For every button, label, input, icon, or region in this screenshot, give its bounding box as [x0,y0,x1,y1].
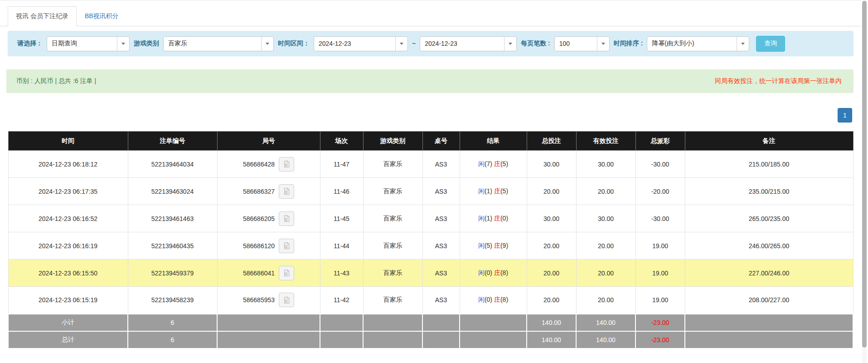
cell-note: 235.00/215.00 [685,178,853,205]
cell-result: 闲(1) 庄(5) [460,178,527,205]
filter-bar: 请选择： 日期查询 游戏类别 百家乐 时间区间： 2024-12-23 ~ 20… [8,31,853,56]
banker-result-label: 庄 [494,215,500,222]
table-header-row: 时间 注单编号 局号 场次 游戏类别 桌号 结果 总投注 有效投注 总派彩 备注 [8,132,853,151]
cell-total-payout: -30.00 [635,151,685,178]
page-1-button[interactable]: 1 [838,108,852,123]
footer-empty-game-type [363,331,422,348]
footer-empty-table-number [422,331,460,348]
cell-valid-bet: 20.00 [576,232,635,260]
cell-time: 2024-12-23 06:17:35 [8,178,128,205]
cell-game-type: 百家乐 [363,260,422,287]
cell-bet-number: 522139464034 [128,151,217,178]
footer-empty-round [217,331,320,348]
query-type-select[interactable]: 日期查询 [47,36,130,51]
player-result-label: 闲 [478,160,485,167]
video-replay-button[interactable] [279,293,294,307]
header-total-bet: 总投注 [527,132,576,151]
result-text: 闲(1) 庄(5) [478,187,508,195]
footer-count: 6 [128,331,217,348]
round-number: 586686205 [243,215,275,222]
header-total-payout: 总派彩 [635,132,685,151]
cell-time: 2024-12-23 06:15:19 [8,287,128,314]
cell-game-type: 百家乐 [363,232,422,260]
footer-valid-bet: 140.00 [576,314,635,331]
video-replay-icon [283,269,291,277]
cell-session: 11-43 [320,260,363,287]
cell-table-number: AS3 [422,287,460,314]
tab-betting-records-label: 视讯 会员下注纪录 [16,12,68,20]
cell-total-bet: 20.00 [527,260,576,287]
sort-order-label: 时间排序 : [614,39,643,48]
cell-round-number: 586686428 [217,151,320,178]
video-replay-button[interactable] [279,184,294,199]
footer-total-bet: 140.00 [527,331,576,348]
table-row: 2024-12-23 06:16:52522139461463586686205… [8,205,853,232]
bet-records-table: 时间 注单编号 局号 场次 游戏类别 桌号 结果 总投注 有效投注 总派彩 备注… [8,131,853,349]
result-text: 闲(0) 庄(8) [478,296,508,303]
video-replay-icon [283,160,291,168]
player-result-label: 闲 [478,269,485,276]
table-footer-row: 总计6140.00140.00-23.00 [8,331,853,348]
video-replay-button[interactable] [279,239,294,253]
footer-count: 6 [128,314,217,331]
header-result: 结果 [460,132,527,151]
cell-time: 2024-12-23 06:15:50 [8,260,128,287]
chevron-down-icon [504,37,516,51]
cell-table-number: AS3 [422,232,460,260]
banker-result-points: (5) [500,160,508,167]
cell-bet-number: 522139460435 [128,232,217,260]
tab-betting-records[interactable]: 视讯 会员下注纪录 [8,6,77,26]
sort-order-select[interactable]: 降幂(由大到小) [647,36,749,51]
header-bet-number: 注单编号 [128,132,217,151]
cell-note: 208.00/227.00 [685,287,853,314]
table-row: 2024-12-23 06:15:50522139459379586686041… [8,260,853,287]
vertical-scrollbar[interactable] [862,0,867,363]
cell-game-type: 百家乐 [363,287,422,314]
cell-result: 闲(7) 庄(5) [460,151,527,178]
cell-bet-number: 522139463024 [128,178,217,205]
page-size-select[interactable]: 100 [554,36,610,51]
video-replay-button[interactable] [279,211,294,226]
cell-total-bet: 20.00 [527,232,576,260]
video-replay-icon [283,215,291,222]
cell-bet-number: 522139459379 [128,260,217,287]
player-result-points: (0) [485,296,492,303]
tab-bb-video-points[interactable]: BB视讯积分 [77,6,127,26]
video-replay-button[interactable] [279,266,294,280]
time-range-label: 时间区间： [278,39,310,48]
banker-result-points: (8) [500,296,508,303]
footer-label: 总计 [8,331,128,348]
cell-total-payout: 19.00 [635,287,685,314]
game-category-select[interactable]: 百家乐 [163,36,274,51]
video-replay-icon [283,296,291,304]
cell-time: 2024-12-23 06:16:19 [8,232,128,260]
round-number: 586686041 [243,270,275,277]
cell-valid-bet: 30.00 [576,205,635,232]
footer-total-payout: -23.00 [635,314,685,331]
settlement-note-text: 同局有效投注，统一计算在该局第一张注单内 [715,77,842,85]
player-result-points: (0) [485,269,492,276]
footer-empty-note [685,314,853,331]
scrollbar-thumb[interactable] [862,1,867,348]
result-text: 闲(1) 庄(0) [478,215,508,222]
video-replay-button[interactable] [279,157,294,172]
date-to-select[interactable]: 2024-12-23 [420,36,517,51]
cell-bet-number: 522139461463 [128,205,217,232]
pagination: 1 [0,108,852,123]
search-button[interactable]: 查询 [756,36,785,52]
result-text: 闲(7) 庄(5) [478,160,508,167]
banker-result-points: (5) [500,187,508,195]
header-time: 时间 [8,132,128,151]
query-type-label: 请选择： [17,39,43,48]
footer-total-bet: 140.00 [527,314,576,331]
date-from-select[interactable]: 2024-12-23 [314,36,408,51]
cell-total-payout: -30.00 [635,205,685,232]
chevron-down-icon [261,37,273,51]
video-replay-icon [283,242,291,250]
cell-bet-number: 522139458239 [128,287,217,314]
cell-round-number: 586685953 [217,287,320,314]
cell-game-type: 百家乐 [363,178,422,205]
cell-note: 265.00/235.00 [685,205,853,232]
banker-result-label: 庄 [494,187,500,195]
banker-result-label: 庄 [494,296,500,303]
